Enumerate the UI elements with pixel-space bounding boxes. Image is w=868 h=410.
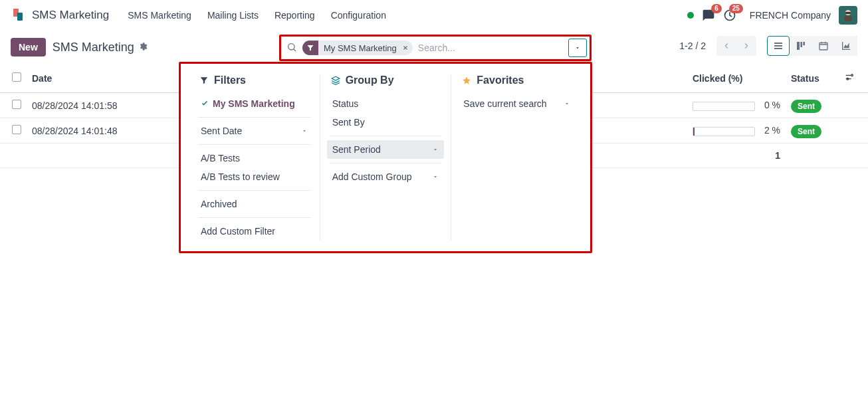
menu-reporting[interactable]: Reporting	[274, 10, 315, 21]
pager-range[interactable]: 1-2 / 2	[679, 41, 706, 51]
groupby-column: Group By Status Sent By Sent Period Add …	[320, 74, 452, 241]
messages-icon[interactable]: 6	[702, 9, 715, 22]
control-panel: New SMS Marketing My SMS Marketing 1-2 /…	[0, 31, 868, 64]
filter-ab-tests-review[interactable]: A/B Tests to review	[195, 167, 313, 186]
check-icon	[201, 98, 209, 109]
select-all-checkbox[interactable]	[12, 72, 21, 82]
search-options-panel: Filters My SMS Marketing Sent Date A/B T…	[179, 62, 592, 253]
filters-column: Filters My SMS Marketing Sent Date A/B T…	[189, 74, 320, 241]
progress-bar	[693, 102, 755, 111]
connection-status-dot	[687, 12, 694, 19]
groupby-add-custom[interactable]: Add Custom Group	[327, 167, 445, 186]
status-badge: Sent	[791, 100, 821, 113]
search-input[interactable]	[413, 40, 568, 56]
groupby-sent-by[interactable]: Sent By	[327, 113, 445, 132]
pager-arrows	[716, 36, 756, 56]
pager-next[interactable]	[736, 36, 756, 56]
view-kanban[interactable]	[790, 36, 812, 56]
user-avatar[interactable]	[839, 6, 857, 25]
new-button[interactable]: New	[11, 38, 46, 56]
view-list[interactable]	[767, 36, 790, 56]
svg-rect-1	[17, 13, 23, 21]
systray: 6 25 FRENCH Company	[687, 6, 857, 25]
main-menu: SMS Marketing Mailing Lists Reporting Co…	[128, 10, 386, 21]
star-icon	[462, 76, 471, 85]
top-navbar: SMS Marketing SMS Marketing Mailing List…	[0, 0, 868, 31]
progress-bar	[693, 127, 755, 136]
row-checkbox[interactable]	[12, 125, 21, 134]
chevron-down-icon	[432, 171, 439, 182]
groupby-sent-period[interactable]: Sent Period	[327, 140, 445, 159]
search-facet: My SMS Marketing	[302, 41, 413, 55]
pager-prev[interactable]	[716, 36, 736, 56]
filter-icon	[199, 76, 209, 85]
cell-clicked-pct: 2 %	[764, 125, 780, 136]
messages-badge: 6	[711, 4, 722, 13]
svg-rect-4	[844, 16, 852, 21]
favorites-save-current[interactable]: Save current search	[458, 94, 576, 113]
app-logo[interactable]	[11, 7, 27, 23]
svg-rect-5	[845, 12, 851, 14]
view-graph[interactable]	[835, 36, 857, 56]
status-badge: Sent	[791, 125, 821, 138]
filter-add-custom[interactable]: Add Custom Filter	[195, 222, 313, 241]
search-icon[interactable]	[286, 42, 297, 54]
filter-icon	[302, 41, 318, 55]
search-facet-label: My SMS Marketing	[318, 43, 401, 53]
activities-icon[interactable]: 25	[723, 9, 736, 22]
filter-archived[interactable]: Archived	[195, 195, 313, 213]
filters-header: Filters	[195, 74, 313, 86]
column-header-clicked[interactable]: Clicked (%)	[687, 64, 786, 93]
favorites-header: Favorites	[458, 74, 576, 86]
company-switcher[interactable]: FRENCH Company	[750, 10, 831, 21]
columns-settings-icon[interactable]	[844, 74, 855, 84]
menu-mailing-lists[interactable]: Mailing Lists	[207, 10, 259, 21]
footer-count: 1	[687, 144, 786, 168]
cell-clicked-pct: 0 %	[764, 100, 780, 110]
facet-close-icon[interactable]	[401, 43, 413, 53]
chevron-down-icon	[564, 98, 570, 109]
groupby-status[interactable]: Status	[327, 94, 445, 113]
control-panel-right: 1-2 / 2	[679, 36, 857, 56]
filter-my-sms-marketing[interactable]: My SMS Marketing	[195, 94, 313, 113]
svg-point-8	[851, 74, 853, 76]
favorites-column: Favorites Save current search	[451, 74, 582, 241]
view-switcher	[767, 36, 857, 56]
column-header-status[interactable]: Status	[786, 64, 839, 93]
gear-icon[interactable]	[138, 42, 148, 53]
filter-sent-date[interactable]: Sent Date	[195, 122, 313, 140]
chevron-down-icon	[432, 144, 439, 155]
breadcrumb-title: SMS Marketing	[53, 41, 134, 54]
menu-sms-marketing[interactable]: SMS Marketing	[128, 10, 191, 21]
filter-ab-tests[interactable]: A/B Tests	[195, 149, 313, 167]
search-dropdown-toggle[interactable]	[568, 39, 587, 57]
app-name[interactable]: SMS Marketing	[32, 9, 109, 22]
search-box: My SMS Marketing	[279, 35, 592, 61]
row-checkbox[interactable]	[12, 100, 21, 109]
layers-icon	[331, 76, 340, 85]
activities-badge: 25	[729, 4, 743, 13]
svg-point-6	[288, 43, 294, 49]
menu-configuration[interactable]: Configuration	[331, 10, 386, 21]
chevron-down-icon	[301, 126, 308, 136]
groupby-header: Group By	[327, 74, 445, 86]
view-calendar[interactable]	[812, 36, 835, 56]
svg-rect-7	[819, 43, 827, 50]
